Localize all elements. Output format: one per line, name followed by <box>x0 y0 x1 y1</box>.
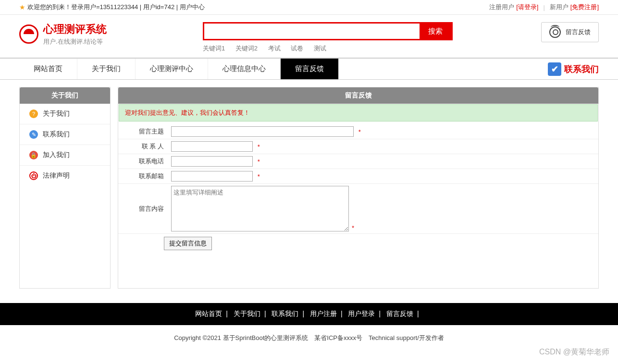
sidebar-item-join[interactable]: 🔒 加入我们 <box>20 145 110 166</box>
search-block: 搜索 关键词1 关键词2 考试 试卷 测试 <box>203 22 453 53</box>
header: 心理测评系统 用户.在线测评.结论等 搜索 关键词1 关键词2 考试 试卷 测试… <box>0 15 618 58</box>
phone-label: 联系电话 <box>118 157 171 166</box>
divider: | <box>543 4 544 11</box>
logo[interactable]: 心理测评系统 用户.在线测评.结论等 <box>19 22 107 46</box>
nav-bar: 网站首页 关于我们 心理测评中心 心理信息中心 留言反馈 ✔ 联系我们 <box>0 58 618 80</box>
required-mark: * <box>352 224 354 231</box>
subject-input[interactable] <box>171 126 354 137</box>
welcome-text[interactable]: 欢迎您的到来！登录用户=13511223344 | 用户id=742 | 用户中… <box>27 3 205 12</box>
copyright: Copyright ©2021 基于SprintBoot的心里测评系统 某省IC… <box>0 325 618 351</box>
email-label: 联系邮箱 <box>118 172 171 181</box>
sidebar-item-legal[interactable]: ⏻ 法律声明 <box>20 166 110 186</box>
nav-home[interactable]: 网站首页 <box>19 59 77 79</box>
contact-us-label: 联系我们 <box>564 63 599 75</box>
nav-info-center[interactable]: 心理信息中心 <box>208 59 281 79</box>
nav-assessment-center[interactable]: 心理测评中心 <box>136 59 208 79</box>
main: 关于我们 ? 关于我们 ✎ 联系我们 🔒 加入我们 ⏻ 法律声明 留言反馈 迎对… <box>0 80 618 303</box>
clipboard-icon: ✎ <box>29 130 38 139</box>
keyword-link[interactable]: 关键词2 <box>235 45 258 52</box>
required-mark: * <box>258 173 260 180</box>
footer-link-about[interactable]: 关于我们 <box>234 310 260 317</box>
nav-feedback[interactable]: 留言反馈 <box>281 59 339 79</box>
required-mark: * <box>358 128 361 135</box>
free-register-link[interactable]: [免费注册] <box>570 3 599 12</box>
footer-link-contact[interactable]: 联系我们 <box>272 310 298 317</box>
content-title: 留言反馈 <box>118 87 598 104</box>
customer-service-icon <box>549 26 561 38</box>
body-textarea[interactable] <box>171 186 349 231</box>
contact-person-input[interactable] <box>171 141 253 152</box>
footer-link-register[interactable]: 用户注册 <box>310 310 337 317</box>
logo-subtitle: 用户.在线测评.结论等 <box>43 37 107 46</box>
star-icon: ★ <box>19 3 25 11</box>
footer-link-feedback[interactable]: 留言反馈 <box>386 310 413 317</box>
footer-nav: 网站首页| 关于我们| 联系我们| 用户注册| 用户登录| 留言反馈| <box>0 303 618 325</box>
required-mark: * <box>258 158 260 165</box>
keywords-row: 关键词1 关键词2 考试 试卷 测试 <box>203 44 453 53</box>
submit-button[interactable]: 提交留言信息 <box>164 237 212 250</box>
sidebar-title: 关于我们 <box>20 87 110 104</box>
contact-person-label: 联 系 人 <box>118 142 171 151</box>
content-panel: 留言反馈 迎对我们提出意见、建议，我们会认真答复！ 留言主题 * 联 系 人 *… <box>118 87 599 289</box>
keyword-link[interactable]: 关键词1 <box>203 45 225 52</box>
power-icon: ⏻ <box>29 171 38 180</box>
phone-input[interactable] <box>171 156 253 167</box>
question-icon: ? <box>29 109 38 118</box>
sidebar-item-contact[interactable]: ✎ 联系我们 <box>20 124 110 145</box>
contact-us-button[interactable]: ✔ 联系我们 <box>548 62 599 76</box>
required-mark: * <box>258 143 260 150</box>
watermark: CSDN @黄菊华老师 <box>539 347 609 351</box>
sidebar-item-label: 联系我们 <box>43 130 70 139</box>
sidebar-item-label: 法律声明 <box>43 171 70 180</box>
lock-icon: 🔒 <box>29 151 38 159</box>
top-bar: ★ 欢迎您的到来！登录用户=13511223344 | 用户id=742 | 用… <box>0 0 618 15</box>
subject-label: 留言主题 <box>118 127 171 136</box>
keyword-link[interactable]: 测试 <box>314 45 326 52</box>
tip-message: 迎对我们提出意见、建议，我们会认真答复！ <box>119 104 598 121</box>
top-bar-left: ★ 欢迎您的到来！登录用户=13511223344 | 用户id=742 | 用… <box>19 3 205 12</box>
nav-about[interactable]: 关于我们 <box>77 59 136 79</box>
keyword-link[interactable]: 试卷 <box>291 45 303 52</box>
body-label: 留言内容 <box>118 205 171 213</box>
logo-title: 心理测评系统 <box>43 22 107 36</box>
keyword-link[interactable]: 考试 <box>268 45 281 52</box>
header-feedback-label: 留言反馈 <box>566 28 591 36</box>
footer-link-home[interactable]: 网站首页 <box>195 310 222 317</box>
logo-icon <box>19 24 38 44</box>
search-button[interactable]: 搜索 <box>420 24 451 39</box>
sidebar-item-label: 加入我们 <box>43 151 70 159</box>
feedback-form: 留言主题 * 联 系 人 * 联系电话 * <box>118 122 598 255</box>
new-user-label: 新用户 <box>550 3 569 12</box>
header-feedback-button[interactable]: 留言反馈 <box>541 22 599 42</box>
sidebar-item-about[interactable]: ? 关于我们 <box>20 104 110 124</box>
footer-link-login[interactable]: 用户登录 <box>348 310 375 317</box>
login-link[interactable]: [请登录] <box>516 3 538 12</box>
registered-user-label: 注册用户 <box>489 3 514 12</box>
top-bar-right: 注册用户 [请登录] | 新用户 [免费注册] <box>489 3 599 12</box>
sidebar-item-label: 关于我们 <box>43 109 70 118</box>
email-input[interactable] <box>171 171 253 182</box>
check-icon: ✔ <box>548 62 561 76</box>
sidebar: 关于我们 ? 关于我们 ✎ 联系我们 🔒 加入我们 ⏻ 法律声明 <box>19 87 111 289</box>
search-input[interactable] <box>204 24 420 39</box>
